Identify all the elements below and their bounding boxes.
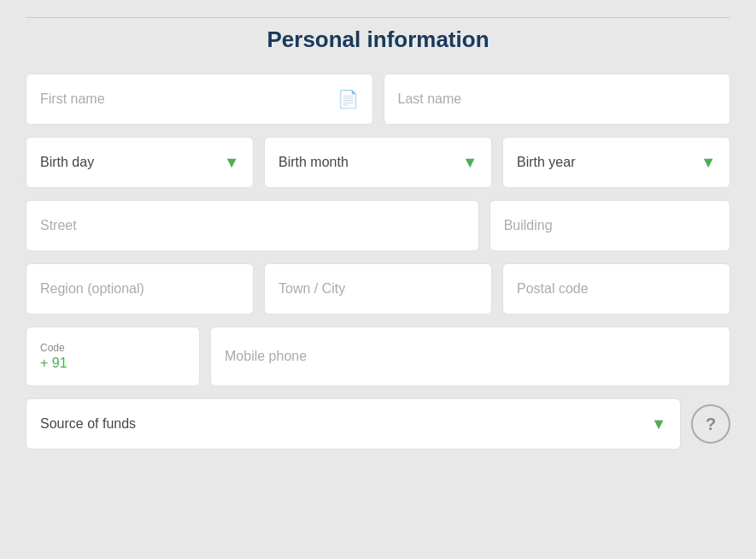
- last-name-field[interactable]: [384, 74, 731, 125]
- code-label: Code: [40, 342, 185, 354]
- birth-month-chevron-icon: ▼: [462, 154, 478, 172]
- code-value: + 91: [40, 356, 185, 371]
- region-row: [26, 263, 730, 315]
- birth-day-select[interactable]: Birth day ▼: [26, 137, 254, 188]
- town-city-input[interactable]: [278, 281, 478, 297]
- birth-year-chevron-icon: ▼: [700, 154, 716, 172]
- building-input[interactable]: [504, 218, 716, 233]
- birth-row: Birth day ▼ Birth month ▼ Birth year ▼: [26, 137, 730, 188]
- birth-month-label: Birth month: [278, 155, 349, 170]
- code-field[interactable]: Code + 91: [26, 327, 200, 386]
- mobile-phone-input[interactable]: [225, 349, 716, 364]
- page-container: Personal information 📄 Birth day ▼ Birth…: [0, 9, 756, 475]
- name-row: 📄: [26, 74, 730, 125]
- address-row: [26, 200, 730, 251]
- source-of-funds-label: Source of funds: [40, 416, 136, 432]
- first-name-field[interactable]: 📄: [26, 74, 373, 125]
- id-card-icon: 📄: [337, 89, 359, 109]
- help-button[interactable]: ?: [691, 404, 730, 444]
- source-chevron-icon: ▼: [651, 415, 666, 433]
- mobile-phone-field[interactable]: [210, 327, 730, 386]
- birth-day-label: Birth day: [40, 155, 94, 170]
- source-of-funds-select[interactable]: Source of funds ▼: [26, 398, 681, 450]
- first-name-input[interactable]: [40, 91, 337, 107]
- top-divider: [26, 17, 730, 18]
- building-field[interactable]: [489, 200, 730, 251]
- birth-year-select[interactable]: Birth year ▼: [502, 137, 730, 188]
- birth-month-select[interactable]: Birth month ▼: [264, 137, 492, 188]
- street-field[interactable]: [26, 200, 479, 251]
- page-title: Personal information: [26, 26, 730, 53]
- region-field[interactable]: [26, 263, 254, 315]
- birth-year-label: Birth year: [517, 155, 575, 170]
- postal-code-input[interactable]: [517, 281, 716, 297]
- birth-day-chevron-icon: ▼: [224, 154, 239, 172]
- last-name-input[interactable]: [398, 91, 717, 107]
- town-city-field[interactable]: [264, 263, 492, 315]
- source-row: Source of funds ▼ ?: [26, 398, 730, 450]
- phone-row: Code + 91: [26, 327, 730, 386]
- postal-code-field[interactable]: [502, 263, 730, 315]
- form-section: 📄 Birth day ▼ Birth month ▼ Birth year ▼: [26, 74, 730, 450]
- region-input[interactable]: [40, 281, 239, 297]
- street-input[interactable]: [40, 218, 465, 233]
